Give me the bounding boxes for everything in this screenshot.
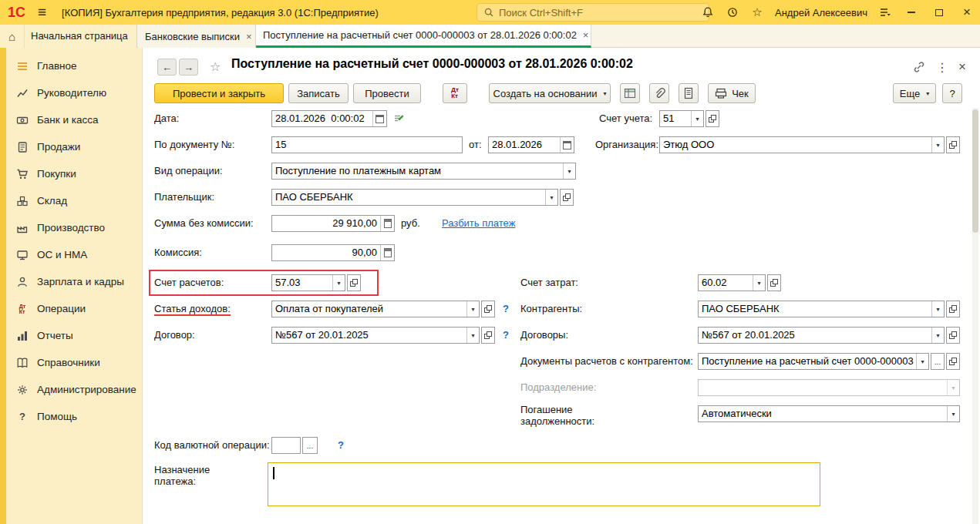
back-button[interactable]: ← (157, 59, 177, 76)
main-menu-icon[interactable]: ≡ (38, 1, 46, 24)
help-question-icon[interactable]: ? (503, 301, 509, 317)
open-button[interactable] (481, 327, 495, 344)
sidebar-item-directories[interactable]: Справочники (6, 349, 142, 376)
payer-value[interactable]: ПАО СБЕРБАНК (272, 190, 545, 205)
repayment-field[interactable]: Автоматически ▾ (698, 405, 960, 422)
home-page-label[interactable]: Начальная страница (25, 25, 137, 48)
open-button[interactable] (767, 274, 781, 291)
more-button[interactable]: Еще ▾ (893, 83, 936, 103)
counterparty-value[interactable]: ПАО СБЕРБАНК (699, 301, 931, 317)
payer-field[interactable]: ПАО СБЕРБАНК ▾ (271, 189, 558, 206)
contracts-value[interactable]: №567 от 20.01.2025 (699, 328, 931, 343)
account-field[interactable]: 51 ▾ (659, 110, 704, 127)
contract-field[interactable]: №567 от 20.01.2025 ▾ (271, 327, 480, 344)
home-button[interactable]: ⌂ (0, 25, 25, 48)
operation-type-value[interactable]: Поступление по платежным картам (272, 163, 563, 179)
date-field[interactable]: 28.01.2026 0:00:02 (271, 110, 387, 127)
organization-value[interactable]: Этюд ООО (660, 137, 931, 153)
minimize-button[interactable] (903, 4, 920, 21)
forward-button[interactable]: → (179, 59, 198, 76)
dropdown-icon[interactable]: ▾ (931, 301, 944, 317)
open-button[interactable] (946, 301, 960, 317)
post-button[interactable]: Провести (353, 83, 421, 103)
sidebar-item-operations[interactable]: ДтКт Операции (6, 295, 142, 322)
user-name[interactable]: Андрей Алексеевич (775, 7, 867, 18)
check-button[interactable]: Чек (708, 83, 756, 103)
dropdown-icon[interactable]: ▾ (931, 137, 944, 153)
sidebar-item-sales[interactable]: Продажи (6, 133, 142, 160)
open-button[interactable] (946, 327, 960, 344)
doc-number-value[interactable]: 15 (272, 137, 462, 153)
get-link-icon[interactable] (911, 60, 927, 74)
sidebar-item-help[interactable]: ? Помощь (6, 403, 142, 430)
sidebar-item-purchases[interactable]: Покупки (6, 160, 142, 187)
settlement-account-field[interactable]: 57.03 ▾ (271, 274, 345, 291)
open-button[interactable] (347, 274, 361, 291)
scrollbar-thumb[interactable] (972, 109, 978, 233)
help-question-icon[interactable]: ? (338, 437, 344, 454)
dropdown-icon[interactable]: ▾ (466, 301, 479, 317)
window-close-button[interactable]: × (958, 4, 975, 21)
help-button[interactable]: ? (942, 83, 962, 103)
income-item-field[interactable]: Оплата от покупателей ▾ (271, 301, 480, 317)
sidebar-item-payroll-hr[interactable]: Зарплата и кадры (6, 268, 142, 295)
income-item-value[interactable]: Оплата от покупателей (272, 301, 466, 317)
payment-purpose-textarea[interactable] (268, 462, 820, 506)
cost-account-value[interactable]: 60.02 (699, 275, 753, 291)
dt-kt-postings-button[interactable]: ДтКт (443, 83, 467, 103)
sidebar-item-bank-cash[interactable]: Банк и касса (6, 106, 142, 133)
dots-button[interactable]: ... (931, 353, 945, 370)
operation-type-field[interactable]: Поступление по платежным картам ▾ (271, 163, 576, 180)
sidebar-item-production[interactable]: Производство (6, 214, 142, 241)
dropdown-icon[interactable]: ▾ (691, 111, 703, 126)
dropdown-icon[interactable]: ▾ (563, 163, 575, 179)
kebab-menu-icon[interactable]: ⋮ (935, 60, 950, 74)
sidebar-item-reports[interactable]: Отчеты (6, 322, 142, 349)
write-button[interactable]: Записать (288, 83, 349, 103)
maximize-button[interactable] (931, 4, 948, 21)
doc-date-field[interactable]: 28.01.2026 (488, 136, 574, 153)
organization-field[interactable]: Этюд ООО ▾ (659, 136, 945, 153)
create-based-on-button[interactable]: Создать на основании ▾ (489, 83, 611, 103)
dots-button[interactable]: ... (302, 437, 318, 454)
sidebar-item-warehouse[interactable]: Склад (6, 187, 142, 214)
split-payment-link[interactable]: Разбить платеж (442, 215, 515, 232)
dropdown-icon[interactable]: ▾ (947, 406, 959, 422)
favorite-star-icon[interactable]: ☆ (210, 59, 221, 74)
sidebar-item-fixed-assets[interactable]: ОС и НМА (6, 241, 142, 268)
cost-account-field[interactable]: 60.02 ▾ (698, 274, 766, 291)
fee-value[interactable]: 90,00 (272, 245, 380, 260)
post-and-close-button[interactable]: Провести и закрыть (154, 83, 284, 103)
amount-field[interactable]: 29 910,00 (271, 215, 395, 232)
open-button[interactable] (946, 353, 960, 370)
favorites-star-icon[interactable]: ☆ (750, 5, 764, 19)
dropdown-icon[interactable]: ▾ (931, 328, 944, 343)
calculator-icon[interactable] (380, 245, 394, 260)
tab-bank-statements[interactable]: Банковские выписки × (138, 25, 256, 48)
global-search-input[interactable]: Поиск Ctrl+Shift+F (477, 3, 709, 22)
dropdown-icon[interactable]: ▾ (753, 275, 765, 291)
reports-button[interactable] (679, 83, 699, 103)
currency-code-value[interactable] (272, 438, 300, 453)
open-button[interactable] (481, 301, 495, 317)
notifications-bell-icon[interactable] (701, 5, 715, 19)
open-button[interactable] (946, 136, 960, 153)
sidebar-item-main[interactable]: Главное (6, 52, 142, 79)
sidebar-item-administration[interactable]: Администрирование (6, 376, 142, 403)
dropdown-icon[interactable]: ▾ (466, 328, 479, 343)
dropdown-icon[interactable]: ▾ (545, 190, 557, 205)
tab-close-icon[interactable]: × (246, 31, 252, 42)
document-close-button[interactable]: × (955, 60, 970, 74)
tab-close-icon[interactable]: × (583, 29, 589, 41)
contract-value[interactable]: №567 от 20.01.2025 (272, 328, 466, 343)
registers-button[interactable] (620, 83, 640, 103)
change-form-icon[interactable] (393, 113, 406, 128)
account-value[interactable]: 51 (660, 111, 691, 126)
amount-value[interactable]: 29 910,00 (272, 216, 380, 231)
doc-number-field[interactable]: 15 (271, 136, 463, 153)
currency-code-field[interactable] (271, 437, 301, 454)
repayment-value[interactable]: Автоматически (699, 406, 947, 422)
help-question-icon[interactable]: ? (503, 327, 509, 344)
calculator-icon[interactable] (380, 216, 394, 231)
calendar-icon[interactable] (372, 111, 386, 126)
